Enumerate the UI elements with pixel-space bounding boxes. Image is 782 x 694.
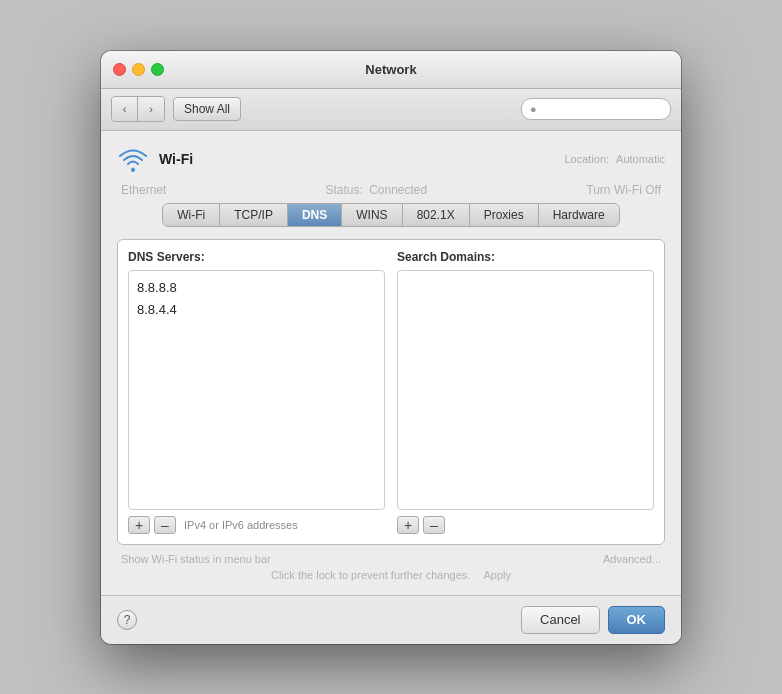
search-domains-label: Search Domains: bbox=[397, 250, 654, 264]
tab-wins[interactable]: WINS bbox=[342, 204, 402, 226]
bottom-bar: ? Cancel OK bbox=[101, 595, 681, 644]
location-row: Location: Automatic bbox=[564, 153, 665, 165]
bottom-right-buttons: Cancel OK bbox=[521, 606, 665, 634]
search-icon: ● bbox=[530, 103, 537, 115]
tab-bar: Wi-Fi TCP/IP DNS WINS 802.1X Proxies Har… bbox=[162, 203, 619, 227]
search-domains-buttons: + – bbox=[397, 516, 654, 534]
tab-hardware[interactable]: Hardware bbox=[539, 204, 619, 226]
dns-servers-buttons: + – IPv4 or IPv6 addresses bbox=[128, 516, 385, 534]
tab-dns[interactable]: DNS bbox=[288, 204, 342, 226]
nav-buttons: ‹ › bbox=[111, 96, 165, 122]
lock-row: Click the lock to prevent further change… bbox=[117, 569, 665, 581]
dns-servers-column: DNS Servers: 8.8.8.8 8.8.4.4 + – IPv4 or… bbox=[128, 250, 385, 534]
show-all-button[interactable]: Show All bbox=[173, 97, 241, 121]
dns-add-button[interactable]: + bbox=[128, 516, 150, 534]
search-domains-column: Search Domains: + – bbox=[397, 250, 654, 534]
bg-ethernet-row: Ethernet Status: Connected Turn Wi-Fi Of… bbox=[117, 183, 665, 197]
network-window: Network ‹ › Show All ● bbox=[101, 51, 681, 644]
ok-button[interactable]: OK bbox=[608, 606, 666, 634]
cancel-button[interactable]: Cancel bbox=[521, 606, 599, 634]
turn-off-label: Turn Wi-Fi Off bbox=[586, 183, 661, 197]
help-button[interactable]: ? bbox=[117, 610, 137, 630]
domain-add-button[interactable]: + bbox=[397, 516, 419, 534]
back-button[interactable]: ‹ bbox=[112, 97, 138, 121]
maximize-button[interactable] bbox=[151, 63, 164, 76]
advanced-label: Advanced... bbox=[603, 553, 661, 565]
svg-point-0 bbox=[131, 168, 135, 172]
dns-remove-button[interactable]: – bbox=[154, 516, 176, 534]
dns-server-entry-2: 8.8.4.4 bbox=[137, 299, 376, 321]
dns-hint: IPv4 or IPv6 addresses bbox=[184, 519, 298, 531]
window-title: Network bbox=[365, 62, 416, 77]
dns-panel: DNS Servers: 8.8.8.8 8.8.4.4 + – IPv4 or… bbox=[117, 239, 665, 545]
wifi-header: Wi-Fi Location: Automatic bbox=[117, 145, 665, 173]
traffic-lights bbox=[113, 63, 164, 76]
ethernet-label: Ethernet bbox=[121, 183, 166, 197]
close-button[interactable] bbox=[113, 63, 126, 76]
title-bar: Network bbox=[101, 51, 681, 89]
tab-8021x[interactable]: 802.1X bbox=[403, 204, 470, 226]
tab-proxies[interactable]: Proxies bbox=[470, 204, 539, 226]
status-label: Status: Connected bbox=[325, 183, 427, 197]
forward-button[interactable]: › bbox=[138, 97, 164, 121]
status-row: Show Wi-Fi status in menu bar Advanced..… bbox=[117, 553, 665, 565]
toolbar: ‹ › Show All ● bbox=[101, 89, 681, 131]
dns-servers-label: DNS Servers: bbox=[128, 250, 385, 264]
location-value: Automatic bbox=[616, 153, 665, 165]
minimize-button[interactable] bbox=[132, 63, 145, 76]
content-area: Wi-Fi Location: Automatic Ethernet Statu… bbox=[101, 131, 681, 595]
dns-servers-list[interactable]: 8.8.8.8 8.8.4.4 bbox=[128, 270, 385, 510]
lock-text: Click the lock to prevent further change… bbox=[271, 569, 470, 581]
location-label: Location: bbox=[564, 153, 609, 165]
search-domains-list[interactable] bbox=[397, 270, 654, 510]
dns-server-entry-1: 8.8.8.8 bbox=[137, 277, 376, 299]
domain-remove-button[interactable]: – bbox=[423, 516, 445, 534]
wifi-menu-bar-label: Show Wi-Fi status in menu bar bbox=[121, 553, 271, 565]
tab-wifi[interactable]: Wi-Fi bbox=[163, 204, 220, 226]
apply-label: Apply bbox=[483, 569, 511, 581]
wifi-name: Wi-Fi bbox=[159, 151, 193, 167]
tabs-container: Wi-Fi TCP/IP DNS WINS 802.1X Proxies Har… bbox=[117, 203, 665, 227]
wifi-icon bbox=[117, 145, 149, 173]
search-box: ● bbox=[521, 98, 671, 120]
tab-tcpip[interactable]: TCP/IP bbox=[220, 204, 288, 226]
search-input[interactable] bbox=[541, 103, 662, 115]
